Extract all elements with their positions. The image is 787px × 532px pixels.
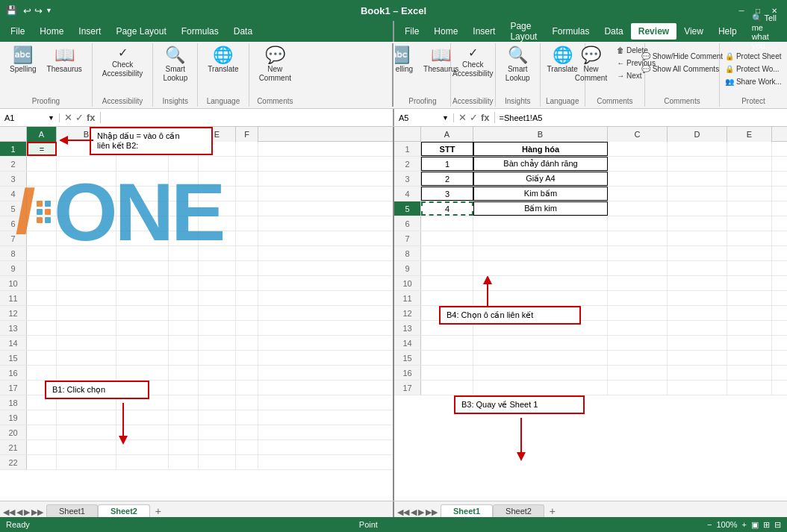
rownum-11-left[interactable]: 11 — [0, 291, 27, 305]
rownum-3-right[interactable]: 3 — [394, 172, 421, 186]
menu-data[interactable]: Data — [226, 23, 260, 40]
rownum-12-left[interactable]: 12 — [0, 306, 27, 320]
cell-A1-right[interactable]: STT — [421, 142, 473, 156]
rownum-2-left[interactable]: 2 — [0, 157, 27, 171]
rownum-4-left[interactable]: 4 — [0, 187, 27, 201]
rownum-8-left[interactable]: 8 — [0, 246, 27, 260]
rownum-9-left[interactable]: 9 — [0, 261, 27, 275]
col-F-left[interactable]: F — [236, 127, 258, 142]
cell-B2-left[interactable] — [57, 157, 116, 171]
rownum-14-right[interactable]: 14 — [394, 336, 421, 350]
rownum-18-left[interactable]: 18 — [0, 395, 27, 410]
rownum-13-left[interactable]: 13 — [0, 321, 27, 335]
col-E-right[interactable]: E — [727, 127, 772, 142]
rownum-11-right[interactable]: 11 — [394, 291, 421, 305]
rownum-1-right[interactable]: 1 — [394, 142, 421, 156]
share-workbook-btn[interactable]: 👥 Share Work... — [722, 76, 785, 87]
rownum-6-right[interactable]: 6 — [394, 216, 421, 231]
cell-C3-right[interactable] — [608, 172, 668, 186]
cell-E2-left[interactable] — [199, 157, 236, 171]
save-icon[interactable]: 💾 — [6, 5, 17, 16]
name-box-dropdown[interactable]: ▼ — [48, 114, 55, 122]
menu-home[interactable]: Home — [32, 23, 71, 40]
cell-C4-right[interactable] — [608, 187, 668, 201]
new-comment-btn[interactable]: 💬 NewComment — [571, 45, 611, 85]
tab-last-left[interactable]: ▶▶ — [31, 507, 43, 517]
tab-sheet2-left[interactable]: Sheet2 — [98, 504, 150, 517]
status-zoom-in[interactable]: + — [742, 520, 747, 529]
tab-forward-right[interactable]: ▶ — [418, 507, 424, 517]
menu-formulas[interactable]: Formulas — [174, 23, 226, 40]
formula-input-right[interactable]: =Sheet1!A5 — [495, 113, 787, 122]
rownum-19-left[interactable]: 19 — [0, 410, 27, 425]
cell-E5-right[interactable] — [727, 201, 772, 216]
cell-B1-right[interactable]: Hàng hóa — [473, 142, 608, 156]
cell-B5-right[interactable]: Bấm kim — [473, 201, 608, 216]
tab-forward-left[interactable]: ▶ — [24, 507, 30, 517]
cell-A1-left[interactable]: = — [27, 142, 57, 156]
rownum-4-right[interactable]: 4 — [394, 187, 421, 201]
rownum-17-left[interactable]: 17 — [0, 381, 27, 395]
cell-C2-left[interactable] — [116, 157, 169, 171]
rownum-17-right[interactable]: 17 — [394, 381, 421, 395]
col-C-right[interactable]: C — [608, 127, 668, 142]
rownum-9-right[interactable]: 9 — [394, 261, 421, 275]
rownum-3-left[interactable]: 3 — [0, 172, 27, 186]
rownum-10-right[interactable]: 10 — [394, 276, 421, 290]
tab-prev-left[interactable]: ◀◀ — [3, 507, 15, 517]
menu-pagelayout[interactable]: Page Layout — [108, 23, 173, 40]
rownum-1-left[interactable]: 1 — [0, 142, 27, 156]
rownum-7-right[interactable]: 7 — [394, 231, 421, 245]
cell-D2-left[interactable] — [169, 157, 199, 171]
rownum-15-left[interactable]: 15 — [0, 351, 27, 365]
rownum-8-right[interactable]: 8 — [394, 246, 421, 260]
cell-F1-left[interactable] — [236, 142, 258, 156]
rownum-7-left[interactable]: 7 — [0, 231, 27, 245]
cell-D5-right[interactable] — [668, 201, 727, 216]
undo-btn[interactable]: ↩ — [23, 5, 31, 16]
protect-sheet-btn[interactable]: 🔒 Protect Sheet — [722, 51, 785, 62]
name-box-right[interactable]: A5 ▼ — [394, 113, 454, 122]
show-hide-comment-btn[interactable]: 💬 Show/Hide Comment — [638, 51, 726, 62]
cell-C2-right[interactable] — [608, 157, 668, 171]
rownum-15-right[interactable]: 15 — [394, 351, 421, 365]
tab-add-left[interactable]: + — [150, 505, 167, 517]
insert-function-icon2[interactable]: fx — [481, 112, 490, 123]
new-comment-btn-left[interactable]: 💬 NewComment — [255, 45, 295, 85]
tab-last-right[interactable]: ▶▶ — [426, 507, 438, 517]
status-zoom-out[interactable]: − — [707, 520, 712, 529]
rownum-12-right[interactable]: 12 — [394, 306, 421, 320]
rownum-6-left[interactable]: 6 — [0, 216, 27, 231]
cell-A4-right[interactable]: 3 — [421, 187, 473, 201]
cell-C1-right[interactable] — [608, 142, 668, 156]
tab-back-left[interactable]: ◀ — [16, 507, 22, 517]
cell-C5-right[interactable] — [608, 201, 668, 216]
tab-sheet1-left[interactable]: Sheet1 — [46, 504, 98, 517]
protect-workbook-btn[interactable]: 🔒 Protect Wo... — [722, 63, 785, 75]
menu-view2[interactable]: View — [676, 23, 711, 40]
col-B-right[interactable]: B — [473, 127, 608, 142]
layout-icon2[interactable]: ⊞ — [763, 520, 770, 530]
tab-sheet2-right[interactable]: Sheet2 — [493, 504, 544, 517]
col-A-right[interactable]: A — [421, 127, 473, 142]
col-D-right[interactable]: D — [668, 127, 727, 142]
layout-icon1[interactable]: ▣ — [751, 520, 759, 530]
rownum-16-left[interactable]: 16 — [0, 366, 27, 380]
cell-D2-right[interactable] — [668, 157, 727, 171]
menu-help2[interactable]: Help — [711, 23, 744, 40]
menu-file2[interactable]: File — [397, 23, 426, 40]
cell-D3-right[interactable] — [668, 172, 727, 186]
rownum-14-left[interactable]: 14 — [0, 336, 27, 350]
check-accessibility-btn[interactable]: ✓ CheckAccessibility — [99, 45, 146, 81]
tab-prev-right[interactable]: ◀◀ — [397, 507, 409, 517]
cell-A2-right[interactable]: 1 — [421, 157, 473, 171]
spelling-btn[interactable]: 🔤 Spelling — [6, 45, 40, 76]
menu-formulas2[interactable]: Formulas — [544, 23, 597, 40]
cell-B3-right[interactable]: Giấy A4 — [473, 172, 608, 186]
cell-E2-right[interactable] — [727, 157, 772, 171]
cell-D4-right[interactable] — [668, 187, 727, 201]
col-A-left[interactable]: A — [27, 127, 57, 142]
rownum-22-left[interactable]: 22 — [0, 455, 27, 469]
rownum-5-right[interactable]: 5 — [394, 201, 421, 216]
tab-sheet1-right[interactable]: Sheet1 — [441, 504, 493, 517]
